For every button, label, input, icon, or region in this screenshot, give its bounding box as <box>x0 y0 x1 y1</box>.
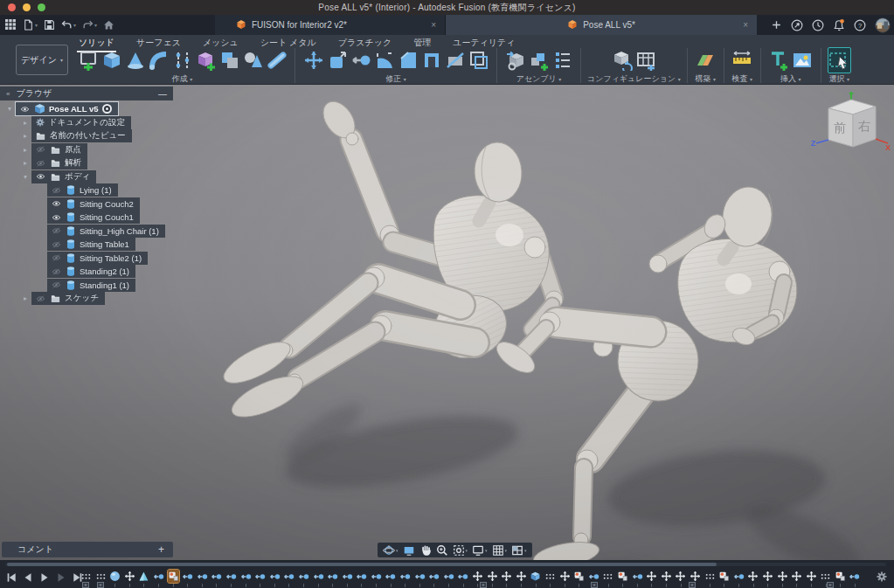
save-button[interactable] <box>44 19 55 31</box>
timeline-feature-appearance[interactable] <box>168 570 179 583</box>
grid-button[interactable]: ▾ <box>492 544 508 557</box>
revolve-button[interactable] <box>123 47 147 73</box>
file-new-button[interactable]: ▾ <box>23 19 38 31</box>
new-tab-button[interactable] <box>771 19 782 31</box>
timeline-feature-move[interactable] <box>501 570 512 583</box>
maximize-window-button[interactable] <box>38 3 45 11</box>
browser-tree-row[interactable]: ▸スケッチ <box>0 292 173 306</box>
browser-tree-row[interactable]: Sitting_High Chair (1) <box>0 225 173 239</box>
ribbon-group-label[interactable]: 作成 ▾ <box>172 73 193 85</box>
tree-item-chip[interactable]: ドキュメントの設定 <box>31 116 131 129</box>
timeline-feature-joint[interactable] <box>225 570 237 583</box>
tree-caret-icon[interactable]: ▸ <box>21 146 30 154</box>
tree-item-chip[interactable]: Sitting Couch2 <box>47 197 140 211</box>
eye-off-icon[interactable] <box>35 159 46 168</box>
timeline-feature-joint[interactable] <box>733 570 745 583</box>
browser-tree-row[interactable]: ▸解析 <box>0 156 173 170</box>
ribbon-group-label[interactable]: 検査 ▾ <box>731 73 752 85</box>
timeline-feature-sketch[interactable] <box>704 570 716 583</box>
pipe-button[interactable] <box>265 47 288 73</box>
timeline-feature-move[interactable] <box>559 570 571 583</box>
home-button[interactable] <box>103 19 114 31</box>
timeline-group-expander[interactable]: + <box>689 582 696 588</box>
tree-caret-icon[interactable]: ▸ <box>21 132 30 140</box>
eye-off-icon[interactable] <box>51 240 62 249</box>
view-cube[interactable]: Y 前 右 Z X <box>811 89 891 159</box>
chamfer-button[interactable] <box>396 47 419 73</box>
tree-item-chip[interactable]: スケッチ <box>31 292 105 305</box>
job-status-button[interactable] <box>812 19 824 31</box>
timeline-group-expander[interactable]: + <box>591 582 598 588</box>
ribbon-group-label[interactable]: 構築 ▾ <box>695 73 716 85</box>
play-button[interactable] <box>38 571 51 584</box>
display-button[interactable]: ▾ <box>472 544 488 557</box>
workspace-selector[interactable]: デザイン ▾ <box>16 45 68 75</box>
tree-item-chip[interactable]: Sitting_High Chair (1) <box>47 225 165 238</box>
fillet-button[interactable] <box>372 47 396 73</box>
step-forward-button[interactable] <box>54 571 67 584</box>
tree-item-chip[interactable]: Standing2 (1) <box>47 265 135 278</box>
close-window-button[interactable] <box>8 3 16 11</box>
eye-off-icon[interactable] <box>51 267 62 276</box>
close-tab-icon[interactable]: × <box>743 20 748 30</box>
timeline-feature-sphere[interactable] <box>109 570 121 583</box>
timeline-feature-move[interactable] <box>747 570 759 583</box>
offset-ball-button[interactable] <box>349 47 372 73</box>
tree-item-chip[interactable]: Lying (1) <box>47 183 118 197</box>
skip-start-button[interactable] <box>4 571 17 584</box>
browser-tree-row[interactable]: ▾Pose ALL v5 <box>0 102 173 116</box>
primitive-button[interactable] <box>241 47 265 73</box>
timeline-scrollbar[interactable] <box>7 563 717 566</box>
eye-off-icon[interactable] <box>35 294 46 303</box>
eye-off-icon[interactable] <box>35 145 46 154</box>
browser-tree-row[interactable]: ▸名前の付いたビュー <box>0 129 173 143</box>
timeline-feature-joint[interactable] <box>428 570 440 583</box>
eye-on-icon[interactable] <box>51 199 62 208</box>
eye-off-icon[interactable] <box>51 280 62 289</box>
notifications-button[interactable] <box>833 19 845 31</box>
planes-button[interactable] <box>694 47 717 73</box>
measure-button[interactable] <box>731 47 754 73</box>
press-pull-button[interactable] <box>325 47 349 73</box>
eye-off-icon[interactable] <box>51 253 62 262</box>
move-cross-button[interactable] <box>301 47 325 73</box>
timeline-feature-sketch[interactable] <box>820 570 831 583</box>
timeline-group-expander[interactable]: + <box>82 582 89 588</box>
tree-item-chip[interactable]: 原点 <box>31 143 87 156</box>
timeline-feature-joint[interactable] <box>414 570 426 583</box>
timeline-feature-joint[interactable] <box>849 570 860 583</box>
look-at-button[interactable] <box>403 544 415 557</box>
timeline-feature-joint[interactable] <box>632 570 643 583</box>
insert-cube-button[interactable] <box>503 47 527 73</box>
timeline-feature-move[interactable] <box>806 570 817 583</box>
split-button[interactable] <box>443 47 467 73</box>
tree-item-chip[interactable]: Sitting Table2 (1) <box>47 252 148 265</box>
tree-caret-icon[interactable]: ▾ <box>5 105 14 113</box>
create-sketch-button[interactable] <box>76 47 100 73</box>
tree-item-chip[interactable]: Standing1 (1) <box>47 279 135 292</box>
tree-item-chip[interactable]: Pose ALL v5 <box>16 102 118 115</box>
pan-button[interactable] <box>419 544 432 557</box>
timeline-feature-joint[interactable] <box>269 570 281 583</box>
image-insert-button[interactable] <box>791 47 814 73</box>
browser-tree-row[interactable]: Sitting Couch1 <box>0 211 173 225</box>
timeline-feature-triangle[interactable] <box>138 570 149 583</box>
minimize-window-button[interactable] <box>23 3 31 11</box>
timeline-feature-joint[interactable] <box>240 570 252 583</box>
timeline-group-expander[interactable]: + <box>827 582 834 588</box>
extrude-button[interactable] <box>100 47 123 73</box>
redo-button[interactable]: ▾ <box>82 19 97 31</box>
browser-tree-row[interactable]: Standing1 (1) <box>0 279 173 293</box>
timeline-feature-appearance[interactable] <box>718 570 730 583</box>
timeline-feature-joint[interactable] <box>254 570 266 583</box>
timeline-feature-move[interactable] <box>487 570 498 583</box>
timeline-feature-sketch[interactable] <box>80 570 92 583</box>
active-component-badge[interactable] <box>102 104 112 114</box>
timeline-feature-move[interactable] <box>646 570 657 583</box>
document-tab[interactable]: Pose ALL v5*× <box>446 15 757 35</box>
ribbon-group-label[interactable]: コンフィギュレーション ▾ <box>587 73 681 85</box>
timeline-feature-move[interactable] <box>516 570 527 583</box>
nested-button[interactable] <box>467 47 490 73</box>
browser-tree-row[interactable]: Lying (1) <box>0 183 173 197</box>
ribbon-group-label[interactable]: アセンブリ ▾ <box>516 73 562 85</box>
